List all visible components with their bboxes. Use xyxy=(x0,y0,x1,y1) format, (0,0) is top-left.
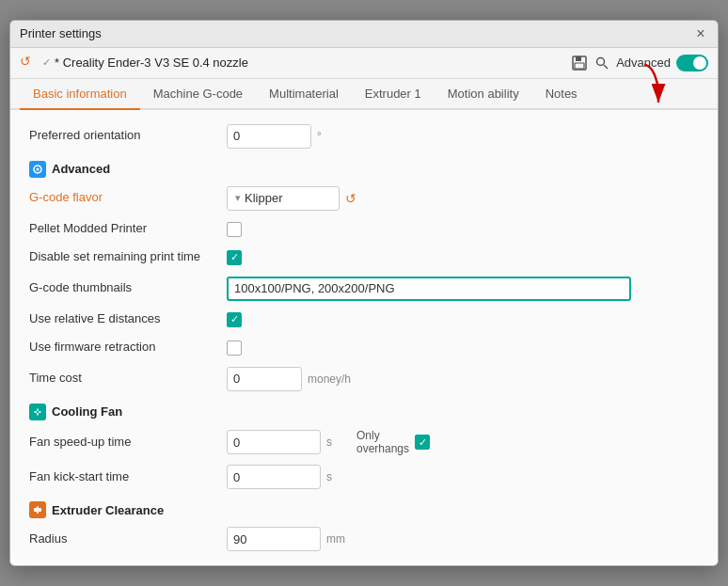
svg-point-7 xyxy=(37,410,39,412)
svg-rect-9 xyxy=(37,506,39,514)
preferred-orientation-suffix: ° xyxy=(317,130,322,143)
advanced-section-header: Advanced xyxy=(29,153,699,182)
time-cost-field[interactable] xyxy=(227,367,302,391)
fan-kickstart-suffix: s xyxy=(326,470,332,483)
fan-kickstart-label: Fan kick-start time xyxy=(29,469,227,485)
cooling-fan-section-header: Cooling Fan xyxy=(29,396,699,424)
use-relative-e-checkbox[interactable]: ✓ xyxy=(227,312,242,327)
extruder-clearance-section-icon xyxy=(29,501,46,518)
tab-notes[interactable]: Notes xyxy=(532,79,591,110)
gcode-flavor-dropdown[interactable]: ▾ Klipper xyxy=(227,186,340,211)
use-firmware-retraction-label: Use firmware retraction xyxy=(29,340,227,356)
gcode-flavor-reset[interactable]: ↺ xyxy=(345,191,356,206)
radius-suffix: mm xyxy=(326,532,345,546)
tab-extruder1[interactable]: Extruder 1 xyxy=(352,79,435,110)
only-overhangs-checkbox[interactable]: ✓ xyxy=(415,435,430,450)
advanced-section-title: Advanced xyxy=(52,162,110,176)
fan-speedup-label: Fan speed-up time xyxy=(29,435,227,451)
save-icon[interactable] xyxy=(571,55,588,71)
close-button[interactable]: × xyxy=(693,26,708,41)
svg-rect-1 xyxy=(576,56,581,61)
pellet-modded-label: Pellet Modded Printer xyxy=(29,221,227,237)
preferred-orientation-field[interactable] xyxy=(227,124,311,149)
printer-settings-dialog: Printer settings × ↺ ✓ * Creality Ender-… xyxy=(9,20,719,567)
tab-machine-gcode[interactable]: Machine G-code xyxy=(140,79,256,110)
search-icon[interactable] xyxy=(593,55,610,71)
radius-field[interactable] xyxy=(227,527,321,551)
tab-multimaterial[interactable]: Multimaterial xyxy=(256,79,352,110)
preferred-orientation-row: Preferred orientation ° xyxy=(29,119,699,153)
disable-remaining-checkbox[interactable]: ✓ xyxy=(227,250,242,265)
gcode-flavor-label: G-code flavor xyxy=(29,190,227,206)
fan-kickstart-input: s xyxy=(227,465,332,489)
preferred-orientation-label: Preferred orientation xyxy=(29,128,227,144)
toolbar: ↺ ✓ * Creality Ender-3 V3 SE 0.4 nozzle … xyxy=(10,48,718,79)
disable-remaining-row: Disable set remaining print time ✓ xyxy=(29,244,699,272)
svg-line-4 xyxy=(604,65,608,69)
time-cost-row: Time cost money/h xyxy=(29,362,699,396)
gcode-thumbnails-field[interactable] xyxy=(227,277,631,301)
disable-remaining-label: Disable set remaining print time xyxy=(29,249,227,265)
tab-motion-ability[interactable]: Motion ability xyxy=(435,79,532,110)
svg-point-6 xyxy=(37,167,40,170)
gcode-thumbnails-label: G-code thumbnails xyxy=(29,280,227,296)
fan-speedup-field[interactable] xyxy=(227,430,321,454)
gcode-flavor-row: G-code flavor ▾ Klipper ↺ xyxy=(29,182,699,215)
fan-kickstart-row: Fan kick-start time s xyxy=(29,460,699,494)
use-firmware-retraction-row: Use firmware retraction xyxy=(29,334,699,362)
extruder-clearance-section-title: Extruder Clearance xyxy=(52,503,164,517)
tabs-bar: Basic information Machine G-code Multima… xyxy=(10,79,718,110)
tab-basic-information[interactable]: Basic information xyxy=(20,79,140,110)
time-cost-input: money/h xyxy=(227,367,351,391)
use-firmware-retraction-checkbox[interactable] xyxy=(227,341,242,356)
svg-point-3 xyxy=(597,57,605,65)
preferred-orientation-input: ° xyxy=(227,124,322,149)
fan-speedup-row: Fan speed-up time s Onlyoverhangs ✓ xyxy=(29,424,699,461)
fan-speedup-input: s Onlyoverhangs ✓ xyxy=(227,429,430,456)
advanced-toggle[interactable] xyxy=(676,55,708,71)
fan-speedup-suffix: s xyxy=(326,436,332,449)
advanced-section-icon xyxy=(29,161,46,178)
toolbar-right: Advanced xyxy=(571,55,708,71)
radius-input: mm xyxy=(227,527,345,551)
radius-label: Radius xyxy=(29,531,227,547)
use-relative-e-row: Use relative E distances ✓ xyxy=(29,306,699,334)
radius-row: Radius mm xyxy=(29,522,699,556)
advanced-label: Advanced xyxy=(616,55,671,70)
svg-rect-2 xyxy=(575,63,584,69)
undo-icon[interactable]: ↺ xyxy=(20,54,39,72)
time-cost-label: Time cost xyxy=(29,371,227,387)
dialog-title: Printer settings xyxy=(20,26,102,40)
pellet-modded-checkbox[interactable] xyxy=(227,222,242,237)
profile-name: * Creality Ender-3 V3 SE 0.4 nozzle xyxy=(55,55,248,70)
fan-kickstart-field[interactable] xyxy=(227,465,321,489)
cooling-fan-section-icon xyxy=(29,404,46,420)
time-cost-suffix: money/h xyxy=(308,372,351,386)
gcode-thumbnails-row: G-code thumbnails xyxy=(29,272,699,306)
title-bar: Printer settings × xyxy=(10,21,718,48)
only-overhangs-label: Onlyoverhangs xyxy=(356,429,409,456)
extruder-clearance-section-header: Extruder Clearance xyxy=(29,494,699,522)
gcode-flavor-input: ▾ Klipper ↺ xyxy=(227,186,356,211)
only-overhangs-container: Onlyoverhangs ✓ xyxy=(356,429,430,456)
pellet-modded-row: Pellet Modded Printer xyxy=(29,215,699,244)
use-relative-e-label: Use relative E distances xyxy=(29,311,227,327)
cooling-fan-section-title: Cooling Fan xyxy=(52,404,122,419)
profile-select: ↺ ✓ * Creality Ender-3 V3 SE 0.4 nozzle xyxy=(20,54,563,72)
content-area: Preferred orientation ° Advanced G-code … xyxy=(10,110,718,566)
